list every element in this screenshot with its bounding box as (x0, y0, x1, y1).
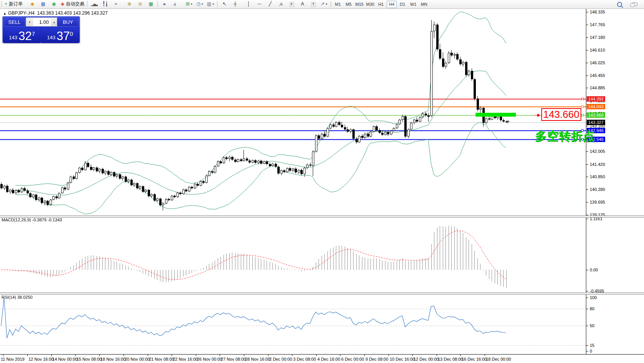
time-axis-label: 9 Dec 08:00 (365, 357, 388, 361)
price-axis-tick (586, 12, 588, 12)
timeframe-w1[interactable]: W1 (408, 1, 418, 8)
toolbar-drag-handle[interactable] (87, 1, 88, 7)
buy-price-sup: 0 (70, 30, 73, 37)
zoom-in-button[interactable]: ⊕ (124, 0, 134, 8)
zoom-out-button[interactable]: ⊖ (135, 0, 145, 8)
time-axis-tick (316, 355, 317, 356)
time-axis-tick (412, 355, 413, 356)
buy-button[interactable]: BUY (57, 17, 79, 27)
price-axis-tick-label: 145.455 (590, 73, 605, 78)
auto-scroll-icon: ▸ (164, 0, 166, 7)
toolbar-drag-handle[interactable] (1, 1, 2, 7)
channel-button[interactable]: ╱E (276, 1, 286, 8)
indicators-button[interactable]: ⊞▾ (184, 0, 194, 8)
tile-windows-button[interactable]: ▦ (146, 0, 156, 8)
price-axis-tick (586, 151, 588, 152)
time-axis-label: 26 Nov 00:00 (197, 357, 222, 361)
trendline-button[interactable]: ╱ (265, 0, 275, 8)
text-label-button[interactable]: T (308, 1, 318, 8)
toolbar-drag-handle[interactable] (217, 1, 218, 7)
price-axis-tick (586, 25, 588, 25)
buy-price-display[interactable]: 143 37 0 (41, 27, 79, 43)
text-label-icon: T (311, 2, 316, 7)
indicator-axis-label: 50 (590, 323, 594, 328)
terminal-button[interactable]: ▦ (38, 0, 48, 8)
candlestick-chart-button[interactable]: ╿╽ (100, 0, 110, 8)
chinese-annotation-text[interactable]: 多空转折点 (535, 129, 595, 144)
price-axis[interactable]: 148.335147.765147.180146.610146.025145.4… (586, 9, 644, 354)
bar-chart-button[interactable]: ▂▅▃ (89, 1, 99, 8)
indicator-axis-tick (586, 291, 588, 291)
timeframe-h1[interactable]: H1 (376, 1, 386, 8)
price-axis-tick (586, 202, 588, 202)
price-axis-tick (586, 75, 588, 76)
highlight-rectangle-object[interactable] (475, 113, 516, 117)
autotrading-button-label: 自动交易 (66, 1, 84, 7)
signals-button[interactable]: ◉ (49, 0, 59, 8)
indicators-icon: ⊞ (186, 0, 190, 7)
toolbar-drag-handle[interactable] (157, 1, 158, 7)
fibonacci-button[interactable]: F (287, 1, 297, 8)
price-axis-tick (586, 37, 588, 38)
chat-button[interactable] (630, 0, 640, 8)
cursor-button[interactable]: ↖ (219, 0, 229, 8)
time-axis-label: 13 Dec 08:00 (438, 357, 463, 361)
indicator-axis-tick (586, 309, 588, 309)
collapse-arrow-icon[interactable]: ▲ (3, 12, 7, 15)
new-order-button[interactable]: +新订单 (3, 0, 24, 8)
buy-price-prefix: 143 (47, 35, 55, 40)
timeframe-m1[interactable]: M1 (333, 1, 343, 8)
sell-price-display[interactable]: 143 32 7 (3, 27, 40, 43)
arrows-button[interactable]: ↗▾ (319, 0, 329, 8)
time-axis-tick (485, 355, 485, 356)
broadcast-icon: ◉ (52, 0, 56, 7)
clock-icon: ◷ (197, 0, 200, 7)
timeframe-h4[interactable]: H4 (387, 1, 397, 8)
horizontal-line-button[interactable]: ─ (254, 0, 264, 8)
volume-input[interactable]: 1.00 (33, 18, 51, 26)
ohlc-values: 143.363 143.403 143.296 143.327 (37, 10, 108, 16)
timeframe-m5[interactable]: M5 (344, 1, 354, 8)
toolbar-buttons: +新订单◆▦◉◈自动交易▂▅▃╿╽≈⊕⊖▦▸▸▏⊞▾◷▾▨▾↖┼│─╱╱EFAT… (0, 0, 332, 8)
chevron-down-icon[interactable]: ▾ (202, 2, 203, 6)
terminal-window-icon: ▦ (41, 0, 45, 7)
timeframe-m30[interactable]: M30 (365, 1, 375, 8)
template-chart-icon: ▨ (207, 0, 211, 7)
vertical-line-button[interactable]: │ (244, 0, 254, 8)
price-axis-tick-label: 140.280 (590, 187, 605, 192)
chart-shift-icon: ▸▏ (174, 1, 177, 8)
auto-scroll-button[interactable]: ▸ (160, 0, 170, 8)
panel-splitter[interactable] (0, 216, 644, 217)
chevron-down-icon[interactable]: ▾ (326, 2, 327, 6)
time-axis[interactable]: 11 Nov 201912 Nov 16:0014 Nov 00:0015 No… (0, 354, 644, 363)
chevron-down-icon[interactable]: ▾ (212, 2, 214, 6)
templates-button[interactable]: ▨▾ (205, 0, 215, 8)
panel-splitter[interactable] (0, 293, 644, 294)
volume-decrease-button[interactable]: ▼ (26, 18, 33, 26)
toolbar-separator (25, 1, 26, 7)
buy-price-big: 37 (57, 30, 70, 42)
line-chart-button[interactable]: ≈ (111, 0, 121, 8)
charts-button[interactable]: ◆ (27, 0, 37, 8)
periods-button[interactable]: ◷▾ (195, 0, 205, 8)
chart-canvas[interactable] (0, 9, 586, 354)
chat-icon (632, 2, 637, 6)
crosshair-icon: ┼ (234, 0, 237, 7)
text-button[interactable]: A (297, 0, 307, 8)
sell-button[interactable]: SELL (3, 17, 25, 27)
crosshair-button[interactable]: ┼ (230, 0, 240, 8)
autotrading-button[interactable]: ◈自动交易 (60, 0, 85, 8)
time-axis-label: 2 Dec 00:00 (269, 357, 292, 361)
timeframe-m15[interactable]: M15 (354, 1, 364, 8)
bar-chart-icon: ▂▅▃ (92, 1, 97, 8)
timeframe-d1[interactable]: D1 (397, 1, 407, 8)
price-axis-tick (586, 215, 588, 215)
timeframe-mn[interactable]: MN (419, 1, 429, 8)
time-axis-tick (437, 355, 437, 356)
chevron-down-icon[interactable]: ▾ (191, 2, 192, 6)
price-annotation-box[interactable]: 143.660 (541, 108, 581, 121)
search-button[interactable] (614, 0, 624, 8)
chart-shift-button[interactable]: ▸▏ (170, 1, 180, 8)
symbol-label: GBPJPY-,H4 (8, 10, 35, 16)
toolbar-drag-handle[interactable] (330, 1, 331, 7)
